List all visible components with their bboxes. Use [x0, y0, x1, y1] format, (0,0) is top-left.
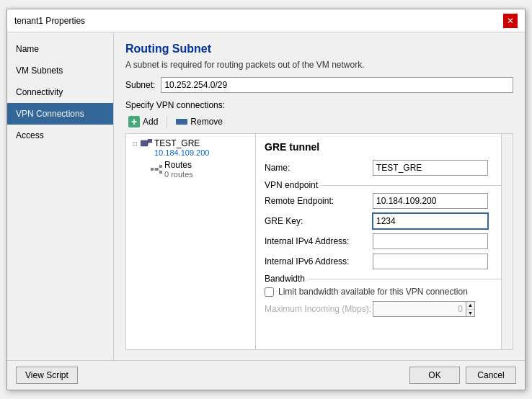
spinner-buttons: ▲ ▼: [466, 301, 475, 317]
sidebar: Name VM Subnets Connectivity VPN Connect…: [7, 32, 114, 360]
subnet-label: Subnet:: [125, 80, 155, 90]
name-input[interactable]: [373, 160, 488, 176]
bandwidth-divider: [308, 279, 504, 279]
gre-key-row: GRE Key:: [265, 213, 504, 229]
name-label: Name:: [265, 163, 373, 173]
page-title: Routing Subnet: [125, 42, 513, 55]
tree-item-vpn[interactable]: □ TEST_GRE 10.184.109.200: [129, 137, 252, 158]
svg-rect-3: [151, 168, 154, 171]
ipv4-input[interactable]: [373, 233, 488, 249]
max-incoming-input[interactable]: [373, 301, 466, 317]
section-divider: [321, 185, 504, 186]
gre-key-input[interactable]: [373, 213, 488, 229]
svg-rect-4: [155, 168, 158, 171]
view-script-button[interactable]: View Script: [16, 367, 78, 384]
remove-icon: [176, 119, 187, 125]
name-row: Name:: [265, 160, 504, 176]
max-incoming-label: Maximum Incoming (Mbps):: [265, 304, 373, 314]
sidebar-item-vm-subnets[interactable]: VM Subnets: [7, 60, 113, 81]
remove-button[interactable]: Remove: [173, 115, 226, 128]
detail-title: GRE tunnel: [265, 141, 504, 153]
ok-button[interactable]: OK: [409, 367, 460, 384]
add-label: Add: [143, 117, 158, 127]
sidebar-item-access[interactable]: Access: [7, 125, 113, 146]
vpn-name: TEST_GRE: [154, 138, 209, 148]
ipv6-label: Internal IPv6 Address:: [265, 256, 373, 266]
dialog-body: Name VM Subnets Connectivity VPN Connect…: [7, 32, 525, 360]
spin-up-button[interactable]: ▲: [466, 302, 474, 310]
toolbar-separator: [167, 116, 167, 127]
limit-bandwidth-checkbox[interactable]: [265, 287, 274, 297]
svg-rect-0: [141, 140, 148, 146]
sidebar-item-vpn-connections[interactable]: VPN Connections: [7, 103, 113, 125]
window-title: tenant1 Properties: [14, 16, 85, 26]
routes-count: 0 routes: [164, 170, 193, 179]
limit-bandwidth-row: Limit bandwidth available for this VPN c…: [265, 287, 504, 297]
vpn-endpoint-section: VPN endpoint: [265, 180, 504, 190]
ipv4-row: Internal IPv4 Address:: [265, 233, 504, 249]
add-button[interactable]: + Add: [125, 115, 161, 129]
spin-down-button[interactable]: ▼: [466, 310, 474, 317]
tree-expand-icon: □: [130, 138, 139, 148]
sidebar-item-name[interactable]: Name: [7, 38, 113, 60]
gre-key-label: GRE Key:: [265, 216, 373, 226]
routes-icon: [151, 165, 162, 174]
routes-label: Routes: [164, 160, 193, 170]
cancel-button[interactable]: Cancel: [466, 367, 516, 384]
tree-child-routes: Routes 0 routes: [149, 158, 252, 180]
toolbar: + Add Remove: [125, 115, 513, 129]
footer-right: OK Cancel: [409, 367, 516, 384]
title-bar: tenant1 Properties ✕: [7, 9, 525, 32]
ipv6-row: Internal IPv6 Address:: [265, 254, 504, 269]
detail-panel: GRE tunnel Name: VPN endpoint Remote End…: [256, 134, 513, 349]
max-incoming-row: Maximum Incoming (Mbps): ▲ ▼: [265, 301, 504, 317]
add-icon: +: [128, 116, 140, 127]
remove-label: Remove: [190, 117, 223, 127]
ipv4-label: Internal IPv4 Address:: [265, 236, 373, 246]
sidebar-item-connectivity[interactable]: Connectivity: [7, 81, 113, 103]
main-dialog: tenant1 Properties ✕ Name VM Subnets Con…: [6, 9, 526, 390]
close-button[interactable]: ✕: [503, 14, 518, 28]
split-panel: □ TEST_GRE 10.184.109.200: [125, 133, 513, 350]
remote-endpoint-row: Remote Endpoint:: [265, 193, 504, 209]
scrollbar[interactable]: [501, 134, 513, 349]
limit-bandwidth-label: Limit bandwidth available for this VPN c…: [278, 287, 468, 297]
subnet-input[interactable]: [161, 77, 513, 93]
subnet-row: Subnet:: [125, 77, 513, 93]
main-content: Routing Subnet A subnet is required for …: [114, 32, 525, 360]
dialog-footer: View Script OK Cancel: [7, 360, 525, 390]
tree-item-routes[interactable]: Routes 0 routes: [149, 158, 252, 180]
remote-endpoint-input[interactable]: [373, 193, 488, 209]
tree-panel: □ TEST_GRE 10.184.109.200: [126, 134, 256, 349]
bandwidth-section: Bandwidth: [265, 274, 504, 284]
description-text: A subnet is required for routing packets…: [125, 60, 513, 70]
specify-label: Specify VPN connections:: [125, 100, 513, 110]
tree-vpn-labels: TEST_GRE 10.184.109.200: [154, 138, 209, 157]
vpn-ip: 10.184.109.200: [154, 148, 209, 157]
ipv6-input[interactable]: [373, 254, 488, 269]
remote-endpoint-label: Remote Endpoint:: [265, 196, 373, 206]
svg-rect-1: [148, 139, 152, 143]
vpn-icon: [141, 138, 152, 148]
